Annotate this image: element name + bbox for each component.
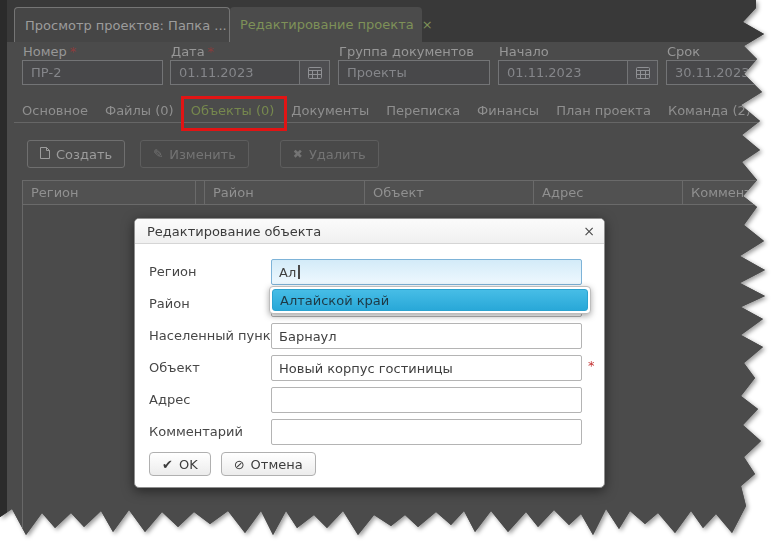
tab-label: Просмотр проектов: Папка ...: [25, 18, 227, 33]
ok-button[interactable]: ✔ OK: [149, 452, 211, 476]
create-button[interactable]: Создать: [27, 140, 125, 168]
tab-finances[interactable]: Финансы: [477, 103, 539, 118]
objects-toolbar: Создать ✎ Изменить ✖ Удалить: [27, 140, 379, 168]
tab-project-edit[interactable]: Редактирование проекта ×: [230, 7, 422, 42]
required-asterisk: *: [588, 358, 595, 373]
dialog-row-object: Объект Новый корпус гостиницы *: [135, 355, 604, 381]
grid-header: Регион Район Объект Адрес Комментари: [22, 180, 774, 205]
date-input[interactable]: 01.11.2023: [170, 60, 330, 85]
close-icon[interactable]: ×: [414, 17, 433, 32]
required-asterisk: *: [208, 44, 215, 59]
start-date-input[interactable]: 01.11.2023: [498, 60, 658, 85]
tab-documents[interactable]: Документы: [291, 103, 369, 118]
address-input[interactable]: [271, 387, 582, 413]
tab-objects[interactable]: Объекты (0): [191, 103, 275, 118]
text-caret: [298, 265, 300, 279]
field-label: Район: [149, 291, 269, 317]
autocomplete-item-selected[interactable]: Алтайской край: [272, 289, 588, 311]
column-header-object[interactable]: Объект: [364, 181, 534, 204]
field-label: Комментарий: [149, 419, 269, 445]
comment-input[interactable]: [271, 419, 582, 445]
autocomplete-dropdown: Алтайской край: [269, 286, 591, 314]
tab-files[interactable]: Файлы (0): [105, 103, 174, 118]
close-icon[interactable]: ×: [583, 219, 595, 244]
edit-object-dialog: Редактирование объекта × Регион Ал Район…: [134, 218, 605, 488]
number-input[interactable]: ПР-2: [22, 60, 163, 85]
required-asterisk: *: [70, 44, 77, 59]
calendar-icon[interactable]: [627, 61, 657, 84]
object-input[interactable]: Новый корпус гостиницы: [271, 355, 582, 381]
calendar-icon[interactable]: [299, 61, 329, 84]
field-label: Дата: [171, 44, 205, 59]
tab-label: Редактирование проекта: [240, 17, 414, 32]
dialog-title: Редактирование объекта: [135, 219, 604, 244]
field-label: Населенный пункт: [149, 323, 269, 349]
tab-main[interactable]: Основное: [22, 103, 88, 118]
application-window: Просмотр проектов: Папка ... × Редактиро…: [0, 0, 774, 542]
section-tabs: Основное Файлы (0) Объекты (0) Документы…: [22, 103, 774, 118]
column-header-region[interactable]: Регион: [22, 181, 196, 204]
dialog-row-address: Адрес: [135, 387, 604, 413]
field-label: Начало: [499, 44, 549, 59]
edit-button[interactable]: ✎ Изменить: [140, 140, 249, 168]
dialog-buttons: ✔ OK ⊘ Отмена: [149, 452, 316, 476]
field-label: Объект: [149, 355, 269, 381]
tab-discussion[interactable]: Обсужд: [768, 103, 774, 118]
field-label: Срок: [667, 44, 700, 59]
tab-team[interactable]: Команда (2): [668, 103, 751, 118]
tab-correspondence[interactable]: Переписка: [386, 103, 460, 118]
settlement-input[interactable]: Барнаул: [271, 323, 582, 349]
check-icon: ✔: [162, 458, 173, 471]
column-header-comment[interactable]: Комментари: [682, 181, 774, 204]
dialog-row-region: Регион Ал: [135, 259, 604, 285]
deadline-input[interactable]: 30.11.2023: [666, 60, 766, 85]
doc-group-input[interactable]: Проекты: [338, 60, 490, 85]
field-label: Регион: [149, 259, 269, 285]
torn-screenshot-wrapper: Просмотр проектов: Папка ... × Редактиро…: [0, 0, 774, 542]
field-label: Адрес: [149, 387, 269, 413]
field-label: Номер: [23, 44, 67, 59]
column-header-district[interactable]: Район: [204, 181, 365, 204]
tabs-divider: [14, 122, 774, 123]
tab-project-browse[interactable]: Просмотр проектов: Папка ... ×: [14, 7, 230, 42]
pencil-icon: ✎: [153, 148, 163, 160]
cancel-button[interactable]: ⊘ Отмена: [221, 452, 316, 476]
main-tabbar: Просмотр проектов: Папка ... × Редактиро…: [0, 0, 774, 42]
tab-project-plan[interactable]: План проекта: [556, 103, 651, 118]
delete-x-icon: ✖: [293, 148, 303, 160]
dialog-row-settlement: Населенный пункт Барнаул: [135, 323, 604, 349]
field-label: Группа документов: [339, 44, 474, 59]
region-input[interactable]: Ал: [271, 259, 582, 285]
column-header-address[interactable]: Адрес: [533, 181, 683, 204]
cancel-circle-icon: ⊘: [234, 458, 245, 471]
delete-button[interactable]: ✖ Удалить: [280, 140, 379, 168]
dialog-row-comment: Комментарий: [135, 419, 604, 445]
document-icon: [40, 147, 50, 161]
window-left-edge: [0, 0, 7, 542]
